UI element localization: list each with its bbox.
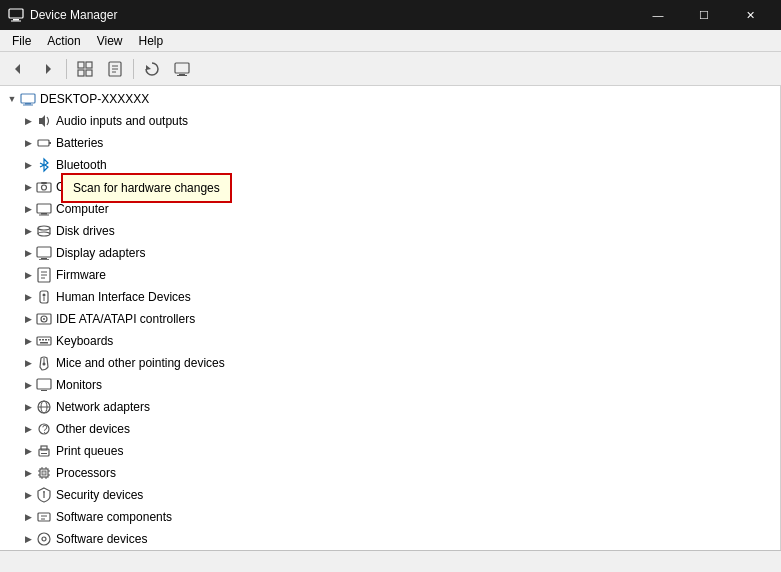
- network-icon: [36, 399, 52, 415]
- cameras-icon: [36, 179, 52, 195]
- list-item[interactable]: ▶ Processors: [0, 462, 780, 484]
- svg-rect-52: [45, 339, 47, 341]
- expand-arrow[interactable]: ▶: [20, 333, 36, 349]
- svg-rect-57: [37, 379, 51, 389]
- item-label: Human Interface Devices: [56, 290, 191, 304]
- expand-arrow[interactable]: ▶: [20, 267, 36, 283]
- expand-arrow[interactable]: ▶: [20, 399, 36, 415]
- list-item[interactable]: ▶ IDE ATA/ATAPI controllers: [0, 308, 780, 330]
- svg-point-31: [38, 226, 50, 230]
- expand-arrow[interactable]: ▶: [20, 531, 36, 547]
- svg-rect-27: [41, 182, 47, 184]
- list-item[interactable]: ▶ Monitors: [0, 374, 780, 396]
- svg-rect-19: [23, 105, 33, 106]
- expand-arrow[interactable]: ▶: [20, 201, 36, 217]
- other-icon: ?: [36, 421, 52, 437]
- list-item[interactable]: ▶ Audio inputs and outputs: [0, 110, 780, 132]
- audio-icon: [36, 113, 52, 129]
- svg-rect-50: [39, 339, 41, 341]
- title-bar: Device Manager — ☐ ✕: [0, 0, 781, 30]
- svg-rect-68: [42, 471, 46, 475]
- expand-arrow[interactable]: ▶: [20, 157, 36, 173]
- svg-point-48: [43, 318, 45, 320]
- expand-arrow[interactable]: ▶: [20, 179, 36, 195]
- list-item[interactable]: ▶ Software components: [0, 506, 780, 528]
- expand-arrow[interactable]: ▶: [20, 311, 36, 327]
- svg-rect-5: [78, 62, 84, 68]
- item-label: Network adapters: [56, 400, 150, 414]
- menu-help[interactable]: Help: [131, 32, 172, 50]
- svg-rect-7: [78, 70, 84, 76]
- menu-view[interactable]: View: [89, 32, 131, 50]
- refresh-button[interactable]: [138, 56, 166, 82]
- menu-file[interactable]: File: [4, 32, 39, 50]
- expand-arrow[interactable]: ▶: [20, 421, 36, 437]
- list-item[interactable]: ▶ Network adapters: [0, 396, 780, 418]
- back-button[interactable]: [4, 56, 32, 82]
- maximize-button[interactable]: ☐: [681, 0, 727, 30]
- expand-arrow[interactable]: ▶: [20, 465, 36, 481]
- software-comp-icon: [36, 509, 52, 525]
- list-item[interactable]: ▶ Cameras: [0, 176, 780, 198]
- svg-rect-28: [37, 204, 51, 213]
- monitor-icon: [174, 61, 190, 77]
- list-item[interactable]: ▶ Keyboards: [0, 330, 780, 352]
- expand-arrow[interactable]: ▶: [20, 487, 36, 503]
- list-item[interactable]: ▶ Human Interface Devices: [0, 286, 780, 308]
- svg-text:?: ?: [42, 424, 48, 435]
- refresh-icon: [144, 61, 160, 77]
- list-item[interactable]: ▶ ? Other devices: [0, 418, 780, 440]
- root-expand-arrow[interactable]: ▼: [4, 91, 20, 107]
- item-label: Bluetooth: [56, 158, 107, 172]
- item-label: Processors: [56, 466, 116, 480]
- svg-rect-54: [40, 342, 48, 344]
- properties-icon: [107, 61, 123, 77]
- minimize-button[interactable]: —: [635, 0, 681, 30]
- svg-rect-21: [38, 140, 49, 146]
- list-item[interactable]: ▶ Firmware: [0, 264, 780, 286]
- tree-root[interactable]: ▼ DESKTOP-XXXXXX: [0, 88, 780, 110]
- list-item[interactable]: ▶ Disk drives: [0, 220, 780, 242]
- close-button[interactable]: ✕: [727, 0, 773, 30]
- expand-arrow[interactable]: ▶: [20, 135, 36, 151]
- item-label: Mice and other pointing devices: [56, 356, 225, 370]
- item-label: Disk drives: [56, 224, 115, 238]
- expand-arrow[interactable]: ▶: [20, 289, 36, 305]
- forward-button[interactable]: [34, 56, 62, 82]
- tree-panel[interactable]: ▼ DESKTOP-XXXXXX ▶ Audio inputs and outp…: [0, 86, 781, 550]
- properties-button[interactable]: [101, 56, 129, 82]
- item-label: Computer: [56, 202, 109, 216]
- root-icon: [20, 91, 36, 107]
- list-item[interactable]: ▶ Security devices: [0, 484, 780, 506]
- menu-action[interactable]: Action: [39, 32, 88, 50]
- expand-arrow[interactable]: ▶: [20, 245, 36, 261]
- expand-arrow[interactable]: ▶: [20, 113, 36, 129]
- svg-rect-29: [41, 213, 47, 215]
- firmware-icon: [36, 267, 52, 283]
- expand-arrow[interactable]: ▶: [20, 355, 36, 371]
- bluetooth-icon: [36, 157, 52, 173]
- list-item[interactable]: ▶ Bluetooth: [0, 154, 780, 176]
- monitor-button[interactable]: [168, 56, 196, 82]
- show-hide-button[interactable]: [71, 56, 99, 82]
- toolbar-separator-1: [66, 59, 67, 79]
- list-item[interactable]: ▶ Display adapters: [0, 242, 780, 264]
- list-item[interactable]: ▶ Computer: [0, 198, 780, 220]
- item-label: Firmware: [56, 268, 106, 282]
- svg-point-26: [42, 185, 47, 190]
- expand-arrow[interactable]: ▶: [20, 377, 36, 393]
- svg-point-82: [38, 533, 50, 545]
- list-item[interactable]: ▶ Print queues: [0, 440, 780, 462]
- list-item[interactable]: ▶ Mice and other pointing devices: [0, 352, 780, 374]
- svg-rect-66: [41, 453, 47, 454]
- list-item[interactable]: ▶ Software devices: [0, 528, 780, 550]
- svg-rect-79: [38, 513, 50, 521]
- expand-arrow[interactable]: ▶: [20, 223, 36, 239]
- item-label: Software devices: [56, 532, 147, 546]
- show-hide-icon: [77, 61, 93, 77]
- expand-arrow[interactable]: ▶: [20, 509, 36, 525]
- expand-arrow[interactable]: ▶: [20, 443, 36, 459]
- svg-rect-6: [86, 62, 92, 68]
- list-item[interactable]: ▶ Batteries: [0, 132, 780, 154]
- item-label: Security devices: [56, 488, 143, 502]
